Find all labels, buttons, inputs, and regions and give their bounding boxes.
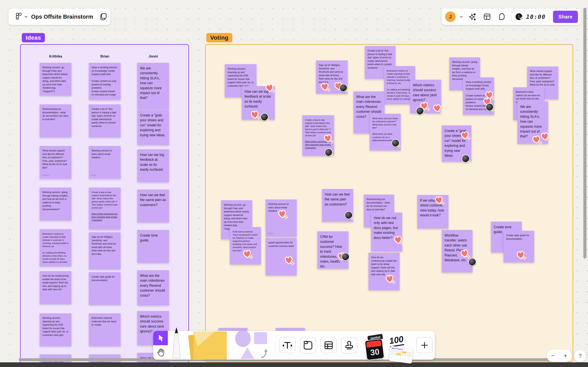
sticky-note[interactable]: How do we continuously enable the team t… (40, 271, 71, 304)
heart-sticker[interactable] (242, 249, 252, 259)
column-title[interactable]: Brian (84, 54, 126, 58)
ai-sparkle-icon[interactable] (467, 11, 478, 22)
sticky-note[interactable]: We are consistently hitting SLA's, how c… (137, 63, 169, 109)
sticky-note[interactable]: Create a "grab your shoes and run" model… (442, 125, 471, 162)
avatar-sticker[interactable] (468, 258, 476, 266)
stamp-tool[interactable] (341, 337, 357, 353)
heart-sticker[interactable] (250, 110, 260, 119)
timer-widget[interactable]: ♪ 10:00 (511, 11, 549, 23)
sticky-note[interactable]: What should support look like for differ… (40, 146, 71, 179)
sticky-note[interactable]: Which metrics should success care about … (410, 80, 441, 113)
text-tool[interactable] (279, 337, 295, 353)
avatar-sticker[interactable] (339, 84, 347, 92)
sticky-note[interactable]: How can we log feedback at scale so its … (242, 86, 275, 120)
avatar-sticker[interactable] (341, 253, 350, 261)
avatar-sticker[interactable] (486, 103, 494, 111)
sticky-note[interactable]: Create style guide for documentation (89, 272, 121, 305)
sticky-note[interactable]: We are consistently hitting SLA's, how c… (517, 101, 548, 144)
heart-sticker[interactable] (516, 250, 526, 259)
heart-sticker[interactable] (531, 135, 541, 144)
column-title[interactable]: Krithika (34, 54, 77, 58)
vertical-scrollbar[interactable] (583, 8, 587, 259)
chevron-down-icon[interactable] (24, 15, 28, 18)
layout-grid-icon[interactable] (482, 11, 493, 22)
share-button[interactable]: Share (553, 11, 578, 23)
heart-sticker[interactable] (323, 133, 333, 143)
sticky-note[interactable]: CRM for customer success? How to track m… (317, 231, 348, 269)
sticky-note[interactable]: Create a list of "this person is having … (89, 104, 121, 137)
add-tool-button[interactable] (416, 337, 433, 353)
heart-sticker[interactable] (393, 235, 403, 244)
sticky-note-tool[interactable] (187, 326, 229, 360)
sticky-note[interactable]: Workflow transfer: watch each other use … (442, 230, 472, 272)
help-button[interactable]: ? (574, 350, 586, 362)
page-title[interactable]: Ops Offsite Brainstorm (31, 14, 93, 20)
heart-sticker[interactable] (320, 82, 330, 91)
comment-icon[interactable] (496, 11, 507, 22)
figjam-canvas[interactable]: Ideas Voting KrithikaWorking session: go… (0, 0, 588, 367)
sticky-note[interactable]: Create a day-to-day support expectations… (302, 115, 334, 156)
templates-widgets-button[interactable]: Jambot 100 30 Week Planner (364, 331, 414, 360)
sticky-note[interactable]: Have a working session on Knowledge Cent… (89, 63, 121, 100)
sticky-note[interactable]: Create a "grab your shoes and run" model… (137, 110, 169, 145)
sticky-note[interactable]: If we had an internal "hack week/launch … (230, 227, 261, 264)
table-tool[interactable] (320, 337, 337, 353)
chevron-down-icon[interactable] (460, 16, 463, 18)
section-tool[interactable] (300, 337, 316, 353)
heart-sticker[interactable] (385, 274, 395, 284)
marker-tool[interactable] (170, 325, 183, 360)
sticky-note-link[interactable]: https://a16z.com/good-product-manager-ba… (92, 212, 118, 222)
zoom-in-button[interactable]: + (559, 350, 572, 362)
file-header: Ops Offsite Brainstorm (8, 8, 110, 25)
sticky-note[interactable]: How can we feel the same pain as custome… (322, 189, 353, 222)
heart-sticker[interactable] (265, 83, 274, 92)
sticky-note[interactable]: Working session: cleaning up and organiz… (40, 313, 71, 346)
sticky-note[interactable]: Brainstorm internal runbooks that we nee… (89, 313, 121, 346)
sticky-note[interactable]: Brainstorm metrics to create reporting o… (40, 229, 71, 266)
bottom-toolbar: Jambot 100 30 Week Planner (153, 331, 435, 360)
sticky-note[interactable]: If we rebuilt retool customer view today… (417, 195, 448, 228)
column-title[interactable]: Jonni (132, 54, 175, 58)
ideas-frame-label[interactable]: Ideas (22, 33, 45, 42)
sticky-note[interactable]: What does success mean for a Resend cust… (370, 114, 401, 150)
heart-sticker[interactable] (460, 130, 470, 140)
heart-sticker[interactable] (277, 209, 287, 218)
avatar-sticker[interactable] (416, 107, 424, 115)
timer-display[interactable]: 10:00 (526, 13, 546, 20)
sticky-note[interactable]: How do we continuously enable the team t… (369, 253, 400, 290)
heart-sticker[interactable] (284, 255, 294, 265)
zoom-out-button[interactable]: − (546, 350, 559, 362)
heart-sticker[interactable] (460, 249, 469, 258)
sticky-note[interactable]: Create style guide for documentation (504, 231, 534, 262)
voting-frame-label[interactable]: Voting (206, 33, 232, 42)
sticky-note[interactable]: Sign up for Mailgun, SendGrid, and Postm… (89, 232, 121, 269)
avatar-sticker[interactable] (325, 148, 333, 157)
avatar-sticker[interactable] (391, 139, 400, 147)
avatar-sticker[interactable] (462, 155, 470, 163)
sticky-note[interactable]: Working session: going through Inkeep in… (40, 188, 71, 220)
templates-icon[interactable] (98, 11, 109, 22)
sticky-note[interactable]: Working session: go through Plain and de… (40, 63, 71, 95)
sticky-note[interactable]: upsell opportunities for customer succes… (266, 238, 297, 275)
select-tool[interactable] (153, 331, 168, 345)
shape-tool[interactable] (233, 329, 270, 360)
sticky-note[interactable]: Restructuring our documentation - what d… (40, 104, 71, 137)
heart-sticker[interactable] (540, 132, 550, 141)
sticky-note[interactable]: How can we log feedback at scale so its … (137, 149, 169, 182)
figma-logo-icon[interactable] (13, 11, 24, 22)
sticky-note[interactable]: What are the main milestones every Resen… (137, 270, 169, 305)
sticky-note[interactable]: Working session to learn about email hea… (89, 146, 121, 179)
heart-sticker[interactable] (432, 103, 442, 113)
sticky-note[interactable]: Create a day-to-day support expectations… (89, 188, 121, 229)
heart-sticker[interactable] (434, 195, 444, 205)
sticky-note[interactable]: How can we feel the same pain as custome… (137, 190, 169, 222)
hand-tool[interactable] (153, 345, 168, 360)
sticky-note[interactable]: Sign up for Mailgun, SendGrid, and Postm… (316, 60, 348, 93)
avatar-sticker[interactable] (260, 113, 269, 121)
sticky-note[interactable]: Have a working session on Knowledge Cent… (463, 77, 494, 115)
sticky-note[interactable]: Working session to learn about email hea… (266, 200, 297, 237)
sticky-note[interactable]: Create tone guide. (137, 230, 169, 263)
avatar-sticker[interactable] (344, 211, 353, 219)
sticky-note[interactable]: How do we not only add new docs pages, b… (371, 212, 402, 251)
avatar[interactable]: J (445, 11, 456, 22)
